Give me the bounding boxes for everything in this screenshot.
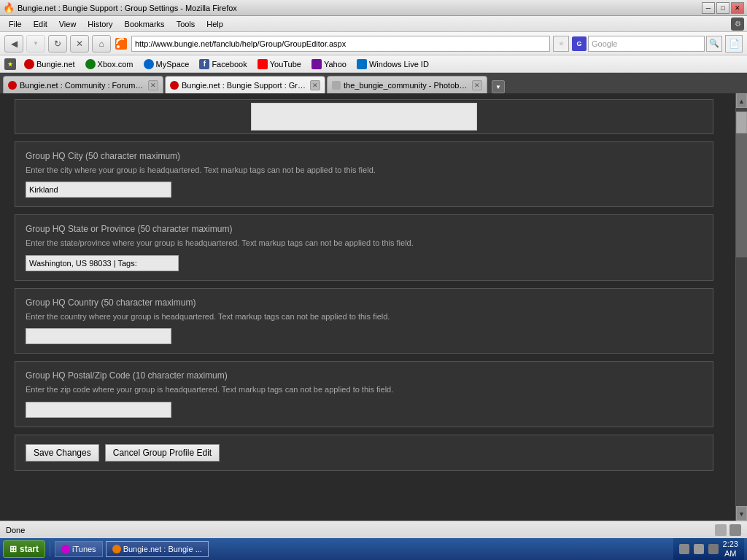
- tab1-label: Bungie.net : Community : Forum T...: [20, 81, 145, 90]
- page-content: ▲ ▼ Group HQ City (50 character maximum)…: [0, 93, 747, 521]
- page-icon[interactable]: 📄: [725, 35, 743, 52]
- country-label: Group HQ Country (50 character maximum): [26, 298, 703, 308]
- postal-label: Group HQ Postal/Zip Code (10 character m…: [26, 370, 703, 381]
- bookmark-youtube[interactable]: YouTube: [255, 58, 303, 70]
- state-label-suffix: (50 character maximum): [135, 224, 232, 234]
- tray-icon-2: [694, 544, 704, 554]
- tab-dropdown-btn[interactable]: ▼: [492, 80, 505, 93]
- buttons-section: Save Changes Cancel Group Profile Edit: [15, 435, 713, 471]
- taskbar-bungie-label: Bungie.net : Bungie ...: [123, 545, 202, 553]
- bookmark-wlid[interactable]: Windows Live ID: [355, 58, 431, 70]
- postal-section: Group HQ Postal/Zip Code (10 character m…: [15, 361, 713, 427]
- tray-icon-1: [679, 544, 689, 554]
- tab3-favicon: [332, 81, 341, 90]
- facebook-favicon: f: [199, 59, 209, 69]
- tab-forum[interactable]: Bungie.net : Community : Forum T... ✕: [3, 76, 163, 93]
- rss-icon: [114, 36, 128, 51]
- city-section: Group HQ City (50 character maximum) Ent…: [15, 141, 713, 207]
- state-description: Enter the state/province where your grou…: [26, 238, 703, 249]
- browser-window: 🔥 Bungie.net : Bungie Support : Group Se…: [0, 0, 747, 560]
- tabs-bar: Bungie.net : Community : Forum T... ✕ Bu…: [0, 73, 747, 93]
- tab3-close-btn[interactable]: ✕: [472, 80, 482, 90]
- youtube-favicon: [258, 59, 268, 69]
- maximize-btn[interactable]: □: [716, 2, 729, 14]
- menu-history[interactable]: History: [82, 18, 118, 30]
- tab-photobucket[interactable]: the_bungie_community - Photobuc... ✕: [327, 76, 487, 93]
- menu-bar: File Edit View History Bookmarks Tools H…: [0, 16, 747, 32]
- minimize-btn[interactable]: ─: [702, 2, 715, 14]
- search-input[interactable]: Google: [588, 36, 705, 52]
- save-button[interactable]: Save Changes: [26, 444, 99, 462]
- home-icon: ⌂: [98, 39, 104, 49]
- close-btn[interactable]: ✕: [731, 2, 744, 14]
- search-container: G Google 🔍: [572, 36, 722, 52]
- scroll-track: [736, 112, 747, 257]
- reload-icon: ↻: [54, 39, 61, 49]
- clock: 2:23 AM: [723, 540, 738, 559]
- start-label: start: [20, 544, 39, 554]
- tab1-favicon: [8, 81, 17, 90]
- top-image-section: [15, 99, 713, 134]
- status-bar: Done: [0, 521, 747, 538]
- dropdown-btn[interactable]: ▼: [26, 35, 45, 52]
- tab2-label: Bungie.net : Bungie Support : Gro...: [182, 81, 307, 90]
- bookmark-yahoo-label: Yahoo: [324, 60, 347, 69]
- address-bar-container: http://www.bungie.net/fanclub/help/Group…: [114, 36, 569, 52]
- firefox-small-icon: [112, 545, 121, 553]
- postal-description: Enter the zip code where your group is h…: [26, 384, 703, 395]
- back-button[interactable]: ◀: [4, 35, 23, 52]
- menu-bookmarks[interactable]: Bookmarks: [119, 18, 171, 30]
- scroll-down-btn[interactable]: ▼: [736, 506, 747, 521]
- country-label-suffix: (50 character maximum): [98, 298, 196, 308]
- reload-button[interactable]: ↻: [48, 35, 67, 52]
- status-icons: [715, 524, 741, 536]
- home-button[interactable]: ⌂: [92, 35, 111, 52]
- bookmark-facebook-label: Facebook: [212, 60, 247, 69]
- bookmark-xbox[interactable]: Xbox.com: [83, 58, 136, 70]
- stop-icon: ✕: [76, 39, 83, 49]
- menu-help[interactable]: Help: [201, 18, 229, 30]
- chevron-down-icon: ▼: [33, 40, 39, 47]
- back-icon: ◀: [11, 39, 18, 49]
- menu-view[interactable]: View: [53, 18, 82, 30]
- state-label: Group HQ State or Province (50 character…: [26, 224, 703, 234]
- postal-input[interactable]: [26, 402, 171, 418]
- scroll-thumb[interactable]: [736, 112, 747, 133]
- menu-file[interactable]: File: [3, 18, 28, 30]
- scroll-up-btn[interactable]: ▲: [736, 93, 747, 108]
- svg-point-1: [117, 45, 120, 48]
- status-text: Done: [6, 526, 709, 534]
- city-label: Group HQ City (50 character maximum): [26, 151, 703, 161]
- cancel-button[interactable]: Cancel Group Profile Edit: [105, 444, 220, 462]
- taskbar-itunes-label: iTunes: [72, 545, 96, 553]
- bookmarks-bar: ★ Bungie.net Xbox.com MySpace f Facebook…: [0, 55, 747, 73]
- menu-edit[interactable]: Edit: [28, 18, 53, 30]
- nav-bar: ◀ ▼ ↻ ✕ ⌂ http://www.bungie.net/fa: [0, 32, 747, 55]
- bookmark-bungie[interactable]: Bungie.net: [22, 58, 77, 70]
- tab1-close-btn[interactable]: ✕: [148, 80, 158, 90]
- postal-label-suffix: (10 character maximum): [130, 370, 227, 381]
- taskbar-itunes[interactable]: iTunes: [55, 541, 103, 557]
- bookmark-myspace[interactable]: MySpace: [142, 58, 192, 70]
- itunes-icon: [61, 545, 70, 553]
- state-input[interactable]: [26, 255, 179, 271]
- taskbar-bungie[interactable]: Bungie.net : Bungie ...: [106, 541, 209, 557]
- search-submit-btn[interactable]: 🔍: [706, 36, 722, 52]
- country-description: Enter the country where your group is he…: [26, 311, 703, 322]
- star-icon[interactable]: ★: [553, 36, 569, 52]
- bookmark-wlid-label: Windows Live ID: [369, 60, 429, 69]
- city-input[interactable]: [26, 182, 171, 198]
- clock-ampm: AM: [723, 549, 738, 559]
- city-label-suffix: (50 character maximum): [83, 151, 180, 161]
- tab-group-settings[interactable]: Bungie.net : Bungie Support : Gro... ✕: [165, 76, 325, 93]
- country-input[interactable]: [26, 328, 171, 344]
- bookmark-yahoo[interactable]: Yahoo: [309, 58, 349, 70]
- tab2-close-btn[interactable]: ✕: [310, 80, 320, 90]
- bookmark-facebook[interactable]: f Facebook: [197, 58, 249, 70]
- bookmark-xbox-label: Xbox.com: [98, 60, 133, 69]
- stop-button[interactable]: ✕: [70, 35, 89, 52]
- scrollbar[interactable]: ▲ ▼: [735, 93, 747, 521]
- menu-tools[interactable]: Tools: [171, 18, 201, 30]
- address-input[interactable]: http://www.bungie.net/fanclub/help/Group…: [131, 36, 550, 52]
- start-button[interactable]: ⊞ start: [3, 540, 45, 558]
